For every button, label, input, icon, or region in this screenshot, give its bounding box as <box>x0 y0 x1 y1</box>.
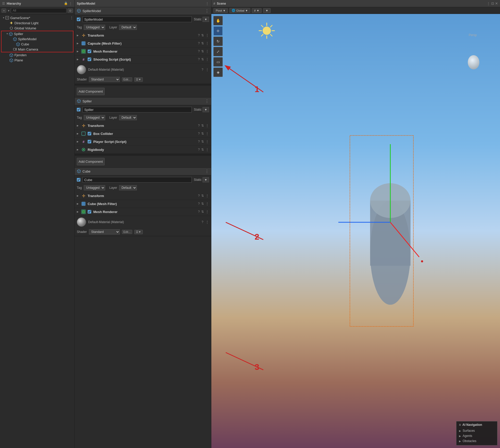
shader-list-btn-sm1[interactable]: ☰▼ <box>134 77 143 82</box>
rect-tool-btn[interactable]: ▭ <box>213 57 223 67</box>
shootscript-settings[interactable]: ⇅ <box>201 58 204 61</box>
spillermodel-static-dropdown[interactable]: ▼ <box>203 17 209 22</box>
shader-list-btn-cube[interactable]: ☰▼ <box>134 230 143 234</box>
scene-gizmos-btn[interactable]: # ▼ <box>252 8 262 13</box>
player-script-row[interactable]: ▶ # Player Script (Script) ? ⇅ ⋮ <box>75 138 211 146</box>
hierarchy-lock-icon[interactable]: 🔒 <box>64 2 68 6</box>
cube-layer-select[interactable]: Default <box>119 185 137 190</box>
meshrenderer-help[interactable]: ? <box>198 50 200 53</box>
material-help-cube[interactable]: ? <box>202 220 203 224</box>
cubemesh-settings[interactable]: ⇅ <box>201 202 204 206</box>
mesh-renderer-component-row[interactable]: ▶ Mesh Renderer ? ⇅ ⋮ <box>75 47 211 55</box>
cube-mesh-renderer-row[interactable]: ▶ Mesh Renderer ? ⇅ ⋮ <box>75 208 211 216</box>
hierarchy-dots-btn[interactable]: ⋮ <box>69 2 72 6</box>
spiller-transform-dots[interactable]: ⋮ <box>205 124 209 128</box>
boxcollider-dots[interactable]: ⋮ <box>205 132 209 136</box>
shootscript-help[interactable]: ? <box>198 58 200 61</box>
scene-global-btn[interactable]: 🌐 Global▼ <box>229 8 250 13</box>
rigidbody-row[interactable]: ▶ Rigidbody ? ⇅ ⋮ <box>75 146 211 154</box>
cube-meshrenderer-help[interactable]: ? <box>198 210 200 214</box>
scale-tool-btn[interactable]: ⤢ <box>213 47 223 56</box>
rotate-tool-btn[interactable]: ↻ <box>213 37 223 46</box>
shader-select-sm1[interactable]: Standard <box>89 77 120 82</box>
scene-content[interactable]: Persp ✋ ✛ ↻ ⤢ ▭ ◈ <box>211 14 500 448</box>
cube-meshrenderer-checkbox[interactable] <box>88 210 91 214</box>
playerscript-help[interactable]: ? <box>198 140 200 143</box>
scene-close-icon[interactable]: ✕ <box>495 2 498 6</box>
scene-extra-btn[interactable]: ▼ <box>263 8 271 13</box>
cube-transform-row[interactable]: ▶ ✛ Transform ? ⇅ ⋮ <box>75 192 211 200</box>
tree-item-gamescene[interactable]: ▼ GameScene* ⋮ <box>0 15 74 20</box>
ai-nav-surfaces[interactable]: ▶ Surfaces <box>459 428 495 433</box>
tree-item-directional-light[interactable]: ▶ Directional Light <box>0 20 74 26</box>
box-collider-row[interactable]: ▶ Box Collider ? ⇅ ⋮ <box>75 130 211 138</box>
spillermodel-layer-select[interactable]: Default <box>119 25 137 30</box>
boxcollider-checkbox[interactable] <box>88 132 91 135</box>
spiller-add-component-button[interactable]: Add Component <box>77 158 105 165</box>
hierarchy-menu-icon[interactable]: ☰ <box>2 2 5 5</box>
tree-item-fjenden[interactable]: ▶ Fjenden <box>0 52 74 58</box>
spiller-transform-row[interactable]: ▶ ✛ Transform ? ⇅ ⋮ <box>75 122 211 130</box>
capsule-mesh-component-row[interactable]: ▶ Capsule (Mesh Filter) ? ⇅ ⋮ <box>75 39 211 47</box>
cube-transform-settings[interactable]: ⇅ <box>201 194 204 198</box>
cube-tag-select[interactable]: Untagged <box>84 185 105 190</box>
meshrenderer-checkbox[interactable] <box>88 50 91 53</box>
ai-nav-agents[interactable]: ▶ Agents <box>459 433 495 438</box>
gamescene-dots[interactable]: ⋮ <box>70 16 73 20</box>
scene-dots[interactable]: ⋮ <box>487 2 490 6</box>
rigidbody-dots[interactable]: ⋮ <box>205 148 209 152</box>
add-object-button[interactable]: + <box>2 9 6 13</box>
spiller-section-dots[interactable]: ⋮ <box>205 99 209 104</box>
rigidbody-help[interactable]: ? <box>198 148 200 151</box>
material-dots-cube[interactable]: ⋮ <box>205 220 209 224</box>
rigidbody-settings[interactable]: ⇅ <box>201 148 204 151</box>
spiller-tag-select[interactable]: Untagged <box>84 115 105 120</box>
tree-item-cube[interactable]: ▶ Cube <box>2 42 73 47</box>
cube-section-bar[interactable]: Cube ⋮ <box>75 168 211 175</box>
scene-pivot-btn[interactable]: Pivot▼ <box>213 8 228 13</box>
cubemesh-help[interactable]: ? <box>198 202 200 206</box>
tree-item-global-volume[interactable]: ▶ Global Volume <box>0 26 74 31</box>
ai-nav-obstacles[interactable]: ▶ Obstacles <box>459 438 495 444</box>
playerscript-settings[interactable]: ⇅ <box>201 140 204 143</box>
playerscript-dots[interactable]: ⋮ <box>205 140 209 144</box>
transform-dots[interactable]: ⋮ <box>205 33 209 37</box>
capsule-settings[interactable]: ⇅ <box>201 42 204 45</box>
spiller-active-checkbox[interactable] <box>77 108 80 111</box>
spillermodel-name-input[interactable] <box>82 17 192 22</box>
material-help-sm1[interactable]: ? <box>202 68 203 71</box>
inspector-dots[interactable]: ⋮ <box>205 2 209 6</box>
hierarchy-search-input[interactable] <box>11 8 66 13</box>
cube-transform-help[interactable]: ? <box>198 194 200 198</box>
transform-component-row[interactable]: ▶ ✛ Transform ? ⇅ ⋮ <box>75 31 211 39</box>
spillermodel-section-bar[interactable]: SpillerModel ⋮ <box>75 7 211 15</box>
hierarchy-filter-button[interactable]: ⊙ <box>68 9 73 13</box>
playerscript-checkbox[interactable] <box>88 140 91 143</box>
transform-help[interactable]: ? <box>198 34 200 37</box>
boxcollider-settings[interactable]: ⇅ <box>201 132 204 135</box>
spillermodel-tag-select[interactable]: Untagged <box>84 25 105 30</box>
cube-meshrenderer-settings[interactable]: ⇅ <box>201 210 204 214</box>
tree-item-main-camera[interactable]: ▶ Main Camera <box>2 47 73 52</box>
cube-static-dropdown[interactable]: ▼ <box>203 177 209 182</box>
spiller-section-bar[interactable]: Spiller ⋮ <box>75 97 211 105</box>
scene-restore-icon[interactable]: ⊡ <box>491 2 494 6</box>
capsule-dots[interactable]: ⋮ <box>205 41 209 45</box>
transform-settings[interactable]: ⇅ <box>201 34 204 37</box>
cube-name-input[interactable] <box>82 177 192 183</box>
spiller-transform-help[interactable]: ? <box>198 124 200 127</box>
boxcollider-help[interactable]: ? <box>198 132 200 135</box>
cube-active-checkbox[interactable] <box>77 178 80 182</box>
tree-item-plane[interactable]: ▶ Plane <box>0 58 74 63</box>
spillermodel-active-checkbox[interactable] <box>77 18 80 21</box>
shader-edit-btn-sm1[interactable]: Edit... <box>122 77 132 82</box>
spiller-static-dropdown[interactable]: ▼ <box>203 107 209 112</box>
spiller-name-input[interactable] <box>82 107 192 112</box>
spiller-transform-settings[interactable]: ⇅ <box>201 124 204 127</box>
move-tool-btn[interactable]: ✛ <box>213 26 223 36</box>
capsule-help[interactable]: ? <box>198 42 200 45</box>
meshrenderer-dots[interactable]: ⋮ <box>205 49 209 53</box>
cube-section-dots[interactable]: ⋮ <box>205 169 209 174</box>
spillermodel-add-component-button[interactable]: Add Component <box>77 88 105 95</box>
shooting-script-checkbox[interactable] <box>88 58 91 61</box>
